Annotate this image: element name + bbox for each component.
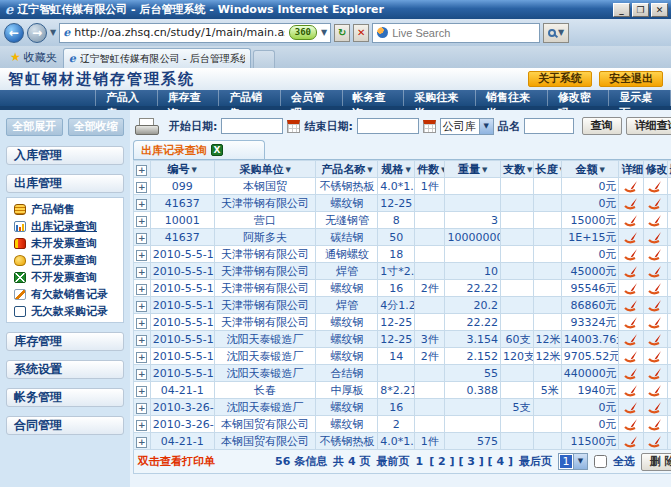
browser-tab[interactable]: e 辽宁智虹传媒有限公司 - 后台管理系统 [63,48,251,68]
nav-item-4[interactable]: 帐务查询 [343,90,405,106]
row-expand-icon[interactable]: + [136,318,147,329]
forward-button[interactable]: → [27,23,47,43]
delete-button[interactable]: 删 除 [641,453,671,471]
sort-icon[interactable]: ▼ [599,166,604,174]
detail-icon[interactable] [619,365,643,382]
end-date-calendar-icon[interactable] [423,120,436,133]
select-all-checkbox[interactable] [594,455,607,468]
modify-icon[interactable] [643,331,667,348]
detail-icon[interactable] [619,399,643,416]
nav-item-5[interactable]: 采购往来帐 [404,90,476,106]
row-expand-icon[interactable]: + [136,233,147,244]
sidebar-section-contract[interactable]: 合同管理 [6,416,124,435]
start-date-calendar-icon[interactable] [287,120,300,133]
nav-item-1[interactable]: 库存查询 [158,90,220,106]
tab-outbound-records[interactable]: 出库记录查询 X [133,140,265,159]
warehouse-select[interactable]: 公司库 ▼ [440,118,494,135]
modify-icon[interactable] [643,416,667,433]
nav-item-2[interactable]: 产品销售 [219,90,281,106]
live-search-input[interactable] [392,27,535,39]
modify-icon[interactable] [643,263,667,280]
row-expand-icon[interactable]: + [136,403,147,414]
back-button[interactable]: ← [4,23,24,43]
modify-icon[interactable] [643,365,667,382]
sidebar-section-inventory[interactable]: 库存管理 [6,332,124,351]
detail-icon[interactable] [619,331,643,348]
column-header[interactable]: 采购单位▼ [214,161,316,178]
modify-icon[interactable] [643,314,667,331]
row-expand-icon[interactable]: + [136,352,147,363]
row-expand-icon[interactable]: + [136,369,147,380]
modify-icon[interactable] [643,382,667,399]
page-link[interactable]: [ 4 ] [488,455,513,468]
row-expand-icon[interactable]: + [136,250,147,261]
live-search-box[interactable] [372,23,540,43]
modify-icon[interactable] [643,246,667,263]
modify-icon[interactable] [643,178,667,195]
column-header[interactable]: 件数▼ [415,161,445,178]
query-button[interactable]: 查询 [582,117,622,135]
printer-icon[interactable] [135,118,159,135]
logout-button[interactable]: 安全退出 [599,71,663,87]
sort-icon[interactable]: ▼ [285,166,290,174]
sort-icon[interactable]: ▼ [527,166,532,174]
column-header[interactable]: 重量▼ [445,161,501,178]
excel-export-icon[interactable]: X [211,144,223,156]
detail-query-button[interactable]: 详细查询 [626,117,671,135]
modify-icon[interactable] [643,348,667,365]
row-expand-icon[interactable]: + [136,437,147,448]
first-page-link[interactable]: 最前页 [377,454,410,469]
modify-icon[interactable] [643,399,667,416]
detail-icon[interactable] [619,382,643,399]
search-button[interactable]: ▼ [543,23,569,43]
detail-icon[interactable] [619,246,643,263]
modify-icon[interactable] [643,212,667,229]
sidebar-item[interactable]: 有欠款销售记录 [7,286,123,303]
modify-icon[interactable] [643,280,667,297]
warehouse-dropdown-icon[interactable]: ▼ [479,119,493,134]
detail-icon[interactable] [619,314,643,331]
detail-icon[interactable] [619,212,643,229]
sidebar-section-accounting[interactable]: 帐务管理 [6,388,124,407]
end-date-input[interactable] [357,118,419,134]
collapse-all-button[interactable]: 全部收缩 [68,118,125,136]
about-system-button[interactable]: 关于系统 [528,71,592,87]
detail-icon[interactable] [619,178,643,195]
column-header[interactable]: 长度▼ [533,161,561,178]
sidebar-item[interactable]: 产品销售 [7,201,123,218]
row-expand-icon[interactable]: + [136,335,147,346]
sidebar-item[interactable]: 无欠款采购记录 [7,303,123,320]
detail-icon[interactable] [619,195,643,212]
sort-icon[interactable]: ▼ [367,166,372,174]
search-dropdown-icon[interactable]: ▼ [558,28,564,37]
column-header[interactable]: 金额▼ [561,161,619,178]
column-header[interactable]: 支数▼ [501,161,534,178]
sort-icon[interactable]: ▼ [405,166,410,174]
sidebar-item[interactable]: 出库记录查询 [7,218,123,235]
expand-all-icon[interactable]: + [136,165,147,176]
sidebar-item[interactable]: 已开发票查询 [7,252,123,269]
modify-icon[interactable] [643,229,667,246]
detail-icon[interactable] [619,280,643,297]
row-expand-icon[interactable]: + [136,386,147,397]
nav-item-6[interactable]: 销售往来帐 [476,90,548,106]
modify-icon[interactable] [643,433,667,450]
row-expand-icon[interactable]: + [136,216,147,227]
detail-icon[interactable] [619,263,643,280]
expand-all-button[interactable]: 全部展开 [6,118,63,136]
sort-icon[interactable]: ▼ [482,166,487,174]
row-expand-icon[interactable]: + [136,267,147,278]
nav-item-8[interactable]: 显示桌面 [609,90,671,106]
page-link[interactable]: [ 3 ] [458,455,487,468]
nav-item-7[interactable]: 修改密码 [548,90,610,106]
sidebar-section-system[interactable]: 系统设置 [6,360,124,379]
new-tab-stub[interactable] [253,50,275,68]
last-page-link[interactable]: 最后页 [519,454,552,469]
restore-button[interactable]: ❐ [632,3,649,17]
sidebar-item[interactable]: 未开发票查询 [7,235,123,252]
row-expand-icon[interactable]: + [136,301,147,312]
sidebar-item[interactable]: 不开发票查询 [7,269,123,286]
start-date-input[interactable] [221,118,283,134]
detail-icon[interactable] [619,348,643,365]
refresh-button[interactable]: ↻ [334,24,350,42]
